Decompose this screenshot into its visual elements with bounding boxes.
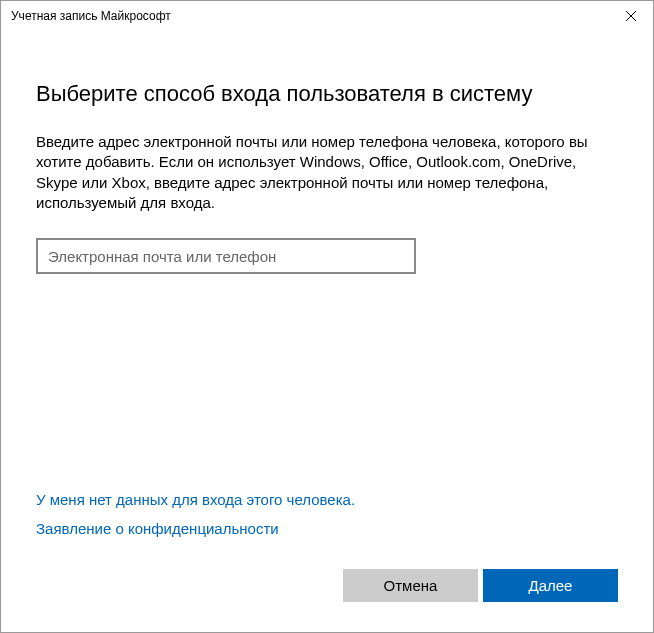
close-button[interactable]: [608, 1, 653, 31]
cancel-button[interactable]: Отмена: [343, 569, 478, 602]
page-title: Выберите способ входа пользователя в сис…: [36, 81, 618, 107]
close-icon: [626, 11, 636, 21]
description-text: Введите адрес электронной почты или номе…: [36, 132, 618, 213]
privacy-link[interactable]: Заявление о конфиденциальности: [36, 520, 618, 537]
titlebar: Учетная запись Майкрософт: [1, 1, 653, 31]
spacer: [36, 274, 618, 491]
window-title: Учетная запись Майкрософт: [11, 1, 171, 31]
next-button[interactable]: Далее: [483, 569, 618, 602]
footer-buttons: Отмена Далее: [36, 569, 618, 612]
links-section: У меня нет данных для входа этого челове…: [36, 491, 618, 549]
email-phone-input[interactable]: [36, 238, 416, 274]
no-credentials-link[interactable]: У меня нет данных для входа этого челове…: [36, 491, 618, 508]
dialog-content: Выберите способ входа пользователя в сис…: [1, 31, 653, 632]
dialog-window: Учетная запись Майкрософт Выберите спосо…: [0, 0, 654, 633]
